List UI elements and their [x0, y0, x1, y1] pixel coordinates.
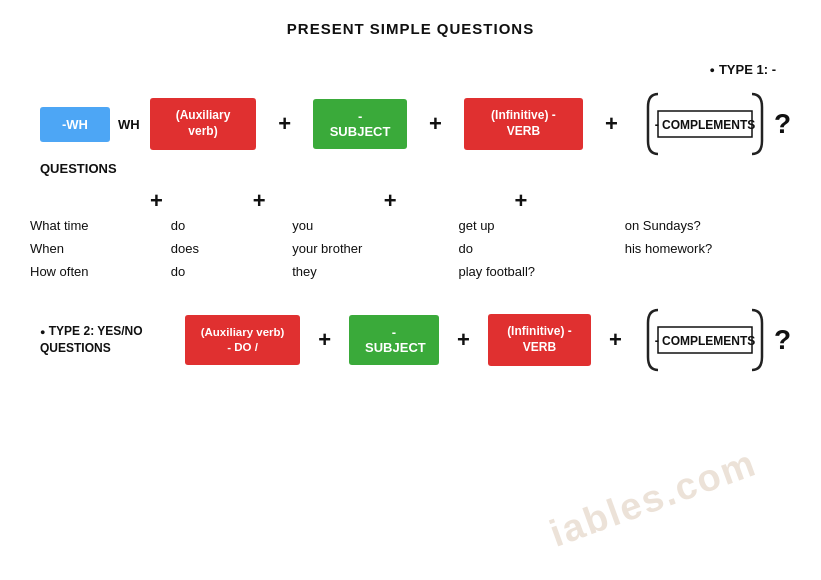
ex1-wh: What time — [30, 214, 171, 237]
ex1-complement: on Sundays? — [625, 214, 791, 237]
type2-plus3: + — [609, 327, 622, 353]
ex3-wh: How often — [30, 260, 171, 283]
plus-ex2: + — [253, 188, 266, 214]
examples-table: What time do you get up on Sundays? When… — [30, 214, 791, 283]
ex1-verb: get up — [458, 214, 624, 237]
plus-ex1: + — [150, 188, 163, 214]
type2-bracket-svg: - COMPLEMENTS — [640, 305, 770, 375]
svg-text:- COMPLEMENTS: - COMPLEMENTS — [655, 118, 756, 132]
questions-label: QUESTIONS — [30, 161, 791, 176]
type2-plus1: + — [318, 327, 331, 353]
box-wh: -WH — [40, 107, 110, 142]
ex2-subject: your brother — [292, 237, 458, 260]
plus-ex3: + — [384, 188, 397, 214]
svg-text:- COMPLEMENTS: - COMPLEMENTS — [655, 334, 756, 348]
plus1: + — [278, 111, 291, 137]
watermark: iables.com — [544, 441, 762, 555]
type1-label-text: TYPE 1: - — [719, 62, 776, 77]
ex2-aux: does — [171, 237, 293, 260]
plus2: + — [429, 111, 442, 137]
type1-bullet: ● — [709, 65, 714, 75]
ex2-complement: his homework? — [625, 237, 791, 260]
wh-label: WH — [118, 117, 140, 132]
box-subject: - SUBJECT — [313, 99, 407, 149]
ex1-aux: do — [171, 214, 293, 237]
type2-bracket-complement: - COMPLEMENTS — [640, 305, 770, 375]
table-row: How often do they play football? — [30, 260, 791, 283]
type2-label: ● TYPE 2: YES/NO QUESTIONS — [40, 323, 171, 357]
page: PRESENT SIMPLE QUESTIONS ● TYPE 1: - -WH… — [0, 0, 821, 580]
type2-qmark: ? — [774, 324, 791, 356]
bracket-svg: - COMPLEMENTS — [640, 89, 770, 159]
spacer4 — [397, 188, 515, 214]
ex2-wh: When — [30, 237, 171, 260]
ex3-complement — [625, 260, 791, 283]
box-auxiliary: (Auxiliary verb) — [150, 98, 257, 149]
type2-box-auxiliary: (Auxiliary verb) - DO / — [185, 315, 300, 365]
page-title: PRESENT SIMPLE QUESTIONS — [30, 20, 791, 37]
type2-section: ● TYPE 2: YES/NO QUESTIONS (Auxiliary ve… — [30, 305, 791, 375]
spacer2 — [163, 188, 253, 214]
spacer3 — [266, 188, 384, 214]
ex3-verb: play football? — [458, 260, 624, 283]
formula-row1: -WH WH (Auxiliary verb) + - SUBJECT + (I… — [30, 89, 791, 159]
ex3-subject: they — [292, 260, 458, 283]
ex2-verb: do — [458, 237, 624, 260]
type1-label: ● TYPE 1: - — [709, 62, 776, 77]
type2-label-text: TYPE 2: YES/NO QUESTIONS — [40, 324, 143, 355]
qmark1: ? — [774, 108, 791, 140]
bracket-complement: - COMPLEMENTS — [640, 89, 770, 159]
type2-plus2: + — [457, 327, 470, 353]
box-verb: (Infinitive) - VERB — [464, 98, 583, 149]
type2-box-subject: - SUBJECT — [349, 315, 439, 365]
type2-box-verb: (Infinitive) - VERB — [488, 314, 591, 365]
plus3: + — [605, 111, 618, 137]
table-row: When does your brother do his homework? — [30, 237, 791, 260]
plus-ex4: + — [515, 188, 528, 214]
ex1-subject: you — [292, 214, 458, 237]
plus-row: + + + + — [30, 188, 791, 214]
ex3-aux: do — [171, 260, 293, 283]
table-row: What time do you get up on Sundays? — [30, 214, 791, 237]
plus-spacer1 — [40, 188, 150, 214]
